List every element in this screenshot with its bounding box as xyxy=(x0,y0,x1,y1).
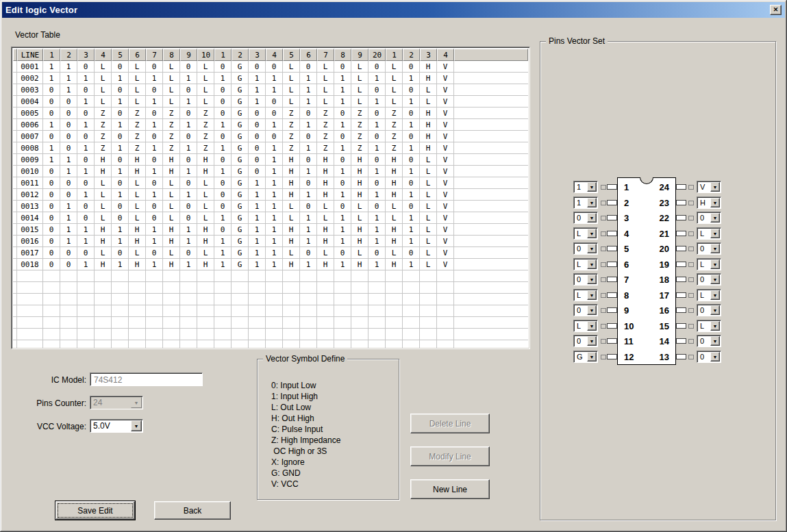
chevron-down-icon[interactable]: ▼ xyxy=(587,275,597,284)
table-row[interactable]: 0005000Z0Z0Z0Z0G00Z0Z0Z0Z0HV xyxy=(13,107,528,119)
pin-value-combo[interactable]: 1▼ xyxy=(573,197,598,209)
table-row[interactable]: 0003010L0L0L0L0G11L1L1L0L0LV xyxy=(13,84,528,96)
delete-line-button[interactable]: Delete Line xyxy=(410,414,490,433)
pin-value-combo[interactable]: 0▼ xyxy=(573,304,598,316)
table-row[interactable]: 0014010L0L0L0L1G11L1L1L1L1LV xyxy=(13,212,528,224)
pin-value-combo[interactable]: 0▼ xyxy=(697,351,721,363)
chip-pin-number: 8 xyxy=(624,290,642,301)
chevron-down-icon[interactable]: ▼ xyxy=(710,290,720,300)
vcc-voltage-combo[interactable]: 5.0V ▼ xyxy=(90,419,143,433)
chevron-down-icon[interactable]: ▼ xyxy=(587,290,597,300)
chevron-down-icon[interactable]: ▼ xyxy=(587,352,597,362)
chevron-down-icon[interactable]: ▼ xyxy=(710,275,720,284)
vector-value-cell: 0 xyxy=(300,201,317,212)
pin-value-combo[interactable]: 0▼ xyxy=(573,242,598,255)
table-row[interactable]: 0006101Z1Z1Z1Z1G01Z1Z1Z1Z1HV xyxy=(13,119,528,131)
chevron-down-icon[interactable]: ▼ xyxy=(587,336,597,346)
pin-value-combo[interactable]: L▼ xyxy=(573,227,598,240)
table-row[interactable]: 0015011H1H1H1H0G11H1H1H1H1LV xyxy=(13,224,528,236)
chevron-down-icon[interactable]: ▼ xyxy=(587,182,597,192)
table-row[interactable]: 0009110H0H0H0H0G01H0H0H0H0LV xyxy=(13,154,528,166)
chevron-down-icon[interactable]: ▼ xyxy=(587,229,597,238)
table-row[interactable]: 0004001L1L1L1L0G10L1L1L1L1LV xyxy=(13,96,528,107)
pin-value-combo[interactable]: L▼ xyxy=(697,320,721,332)
pin-value-combo[interactable]: 0▼ xyxy=(697,242,721,255)
vector-value-cell: 0 xyxy=(77,131,95,142)
chip-pin-number: 5 xyxy=(624,244,642,255)
chevron-down-icon[interactable]: ▼ xyxy=(710,244,720,253)
table-row[interactable]: 0017000L0L0L0L1G11L0L0L0L0LV xyxy=(13,247,528,259)
chevron-down-icon[interactable]: ▼ xyxy=(710,229,720,238)
pin-value-combo[interactable]: L▼ xyxy=(573,320,598,332)
vector-value-cell: G xyxy=(232,119,249,131)
chevron-down-icon[interactable]: ▼ xyxy=(710,259,720,269)
table-row[interactable]: 0008101Z1Z1Z1Z1G01Z1Z1Z1Z1HV xyxy=(13,142,528,154)
table-row[interactable]: 0002111L1L1L1L1G11L1L1L1L1HV xyxy=(13,73,528,84)
pins-counter-combo[interactable]: 24 ▼ xyxy=(90,396,143,409)
vector-value-cell xyxy=(112,340,129,349)
chevron-down-icon[interactable]: ▼ xyxy=(131,420,142,431)
chevron-down-icon[interactable]: ▼ xyxy=(131,397,142,408)
ic-model-field[interactable]: 74S412 xyxy=(90,372,203,386)
table-row[interactable]: 0011000L0L0L0L0G11H0H0H0H0LV xyxy=(13,177,528,189)
chevron-down-icon[interactable]: ▼ xyxy=(587,321,597,331)
table-row[interactable]: 0010011H1H1H1H1G01H1H1H1H1LV xyxy=(13,166,528,177)
chip-pin-number: 9 xyxy=(624,305,642,316)
vector-value-cell xyxy=(214,305,232,317)
table-row[interactable]: 0018001H1H1H1H1G11H1H1H1H1LV xyxy=(13,259,528,270)
table-row[interactable]: 0001110L0L0L0L0G00L0L0L0L0HV xyxy=(13,61,528,73)
pin-value-combo[interactable]: L▼ xyxy=(697,227,721,240)
table-row[interactable]: 0012001L1L1L1L0G11H1H1H1H1LV xyxy=(13,189,528,201)
pin-value-combo[interactable]: 0▼ xyxy=(573,212,598,224)
chevron-down-icon[interactable]: ▼ xyxy=(587,198,597,207)
vector-value-cell xyxy=(300,329,317,340)
pin-value-combo[interactable]: L▼ xyxy=(573,289,598,301)
pin-value-combo[interactable]: G▼ xyxy=(573,351,598,363)
vcc-voltage-label: VCC Voltage: xyxy=(25,422,86,431)
chevron-down-icon[interactable]: ▼ xyxy=(710,321,720,331)
pin-combo-value: L xyxy=(577,322,581,331)
row-filler-cell xyxy=(454,282,528,294)
pin-value-combo[interactable]: 0▼ xyxy=(697,335,721,347)
pin-value-combo[interactable]: 1▼ xyxy=(573,181,598,193)
chevron-down-icon[interactable]: ▼ xyxy=(710,213,720,223)
close-button[interactable]: ✕ xyxy=(770,5,782,15)
pin-value-combo[interactable]: L▼ xyxy=(697,258,721,270)
table-row[interactable]: 0007000Z0Z0Z0Z0G00Z0Z0Z0Z0HV xyxy=(13,131,528,142)
vector-value-cell xyxy=(197,294,214,305)
pin-value-combo[interactable]: 0▼ xyxy=(697,212,721,224)
chevron-down-icon[interactable]: ▼ xyxy=(587,213,597,223)
vector-value-cell xyxy=(334,305,351,317)
back-button[interactable]: Back xyxy=(154,501,231,520)
pin-value-combo[interactable]: 0▼ xyxy=(573,335,598,347)
chevron-down-icon[interactable]: ▼ xyxy=(587,305,597,315)
save-edit-button[interactable]: Save Edit xyxy=(55,501,135,520)
pin-value-combo[interactable]: L▼ xyxy=(697,289,721,301)
vector-value-cell xyxy=(180,282,197,294)
pin-value-combo[interactable]: H▼ xyxy=(697,197,721,209)
chip-pin-number: 21 xyxy=(651,229,669,240)
chevron-down-icon[interactable]: ▼ xyxy=(710,336,720,346)
table-row[interactable]: 0016011H1H1H1H1G11H1H1H1H1LV xyxy=(13,236,528,247)
pin-value-combo[interactable]: 0▼ xyxy=(573,273,598,286)
table-row[interactable]: 0013010L0L0L0L0G11L0L0L0L0LV xyxy=(13,201,528,212)
pin-stub xyxy=(676,307,686,313)
symbol-define-line: X: Ignore xyxy=(271,457,340,468)
new-line-button[interactable]: New Line xyxy=(410,479,490,499)
line-number-cell xyxy=(17,305,43,317)
vector-value-cell: 1 xyxy=(214,259,232,270)
pin-value-combo[interactable]: L▼ xyxy=(573,258,598,270)
title-bar[interactable]: Edit logic Vector ✕ xyxy=(2,2,785,18)
pin-value-combo[interactable]: 0▼ xyxy=(697,273,721,286)
vector-value-cell: L xyxy=(317,96,334,107)
chevron-down-icon[interactable]: ▼ xyxy=(710,352,720,362)
chevron-down-icon[interactable]: ▼ xyxy=(587,259,597,269)
modify-line-button[interactable]: Modify Line xyxy=(410,446,490,466)
chevron-down-icon[interactable]: ▼ xyxy=(710,182,720,192)
pin-value-combo[interactable]: V▼ xyxy=(697,181,721,193)
chevron-down-icon[interactable]: ▼ xyxy=(587,244,597,253)
chevron-down-icon[interactable]: ▼ xyxy=(710,305,720,315)
pin-value-combo[interactable]: 0▼ xyxy=(697,304,721,316)
chevron-down-icon[interactable]: ▼ xyxy=(710,198,720,207)
vector-value-cell xyxy=(43,317,60,329)
